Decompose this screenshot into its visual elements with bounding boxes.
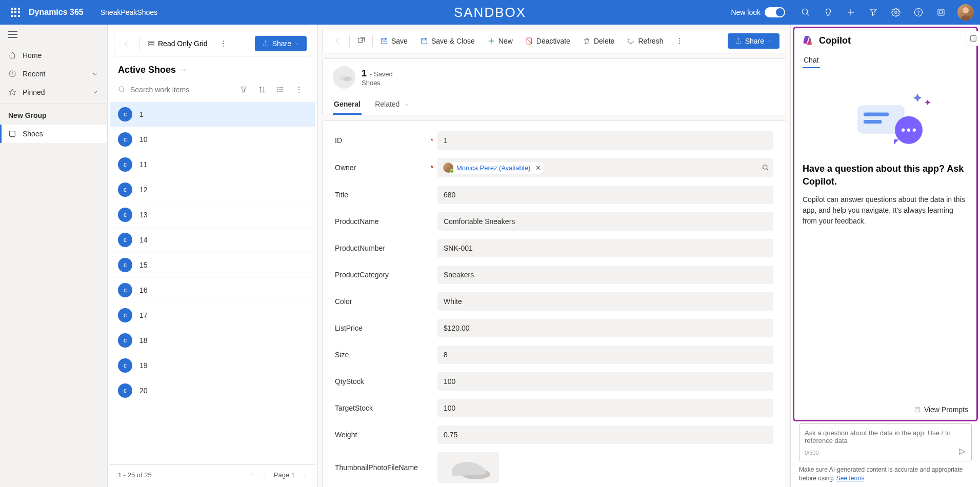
more-commands-icon[interactable] bbox=[215, 35, 232, 52]
filter-icon[interactable] bbox=[863, 2, 884, 23]
row-badge bbox=[118, 132, 132, 147]
back-icon[interactable] bbox=[118, 35, 135, 52]
char-count: 0/500 bbox=[805, 450, 966, 456]
svg-rect-59 bbox=[863, 120, 882, 124]
sort-icon[interactable] bbox=[254, 82, 270, 98]
more-icon[interactable] bbox=[291, 82, 307, 98]
list-row[interactable]: 16 bbox=[110, 278, 315, 303]
row-label: 20 bbox=[139, 387, 148, 395]
new-button[interactable]: New bbox=[482, 34, 518, 48]
list-row[interactable]: 14 bbox=[110, 228, 315, 253]
left-nav: Home Recent Pinned New Group Shoes bbox=[0, 25, 108, 487]
search-input[interactable] bbox=[118, 86, 229, 94]
nav-shoes[interactable]: Shoes bbox=[0, 125, 107, 143]
owner-field[interactable]: Monica Perez (Available) ✕ bbox=[437, 158, 773, 177]
productcategory-field[interactable]: Sneakers bbox=[437, 266, 773, 284]
help-icon[interactable] bbox=[908, 2, 929, 23]
tab-general[interactable]: General bbox=[333, 95, 362, 115]
environment-icon[interactable] bbox=[931, 2, 951, 23]
app-launcher-button[interactable] bbox=[6, 3, 25, 22]
listprice-field[interactable]: $120.00 bbox=[437, 319, 773, 337]
expand-panel-icon[interactable] bbox=[966, 31, 980, 46]
owner-link[interactable]: Monica Perez (Available) bbox=[456, 164, 530, 172]
row-label: 11 bbox=[139, 160, 148, 169]
brand-title[interactable]: Dynamics 365 bbox=[29, 8, 84, 17]
list-row[interactable]: 13 bbox=[110, 202, 315, 228]
svg-rect-2 bbox=[18, 8, 20, 10]
svg-rect-43 bbox=[422, 38, 427, 44]
svg-rect-16 bbox=[938, 9, 944, 15]
prev-page-icon[interactable] bbox=[262, 472, 268, 478]
view-switcher[interactable]: Read Only Grid bbox=[144, 36, 211, 51]
user-avatar[interactable] bbox=[957, 4, 974, 21]
list-row[interactable]: 20 bbox=[110, 378, 315, 403]
color-field[interactable]: White bbox=[437, 292, 773, 311]
thumbnail-preview[interactable] bbox=[437, 452, 499, 483]
list-row[interactable]: 15 bbox=[110, 253, 315, 278]
first-page-icon[interactable] bbox=[249, 472, 255, 478]
targetstock-field[interactable]: 100 bbox=[437, 399, 773, 417]
copilot-description: Copilot can answer questions about the d… bbox=[803, 194, 968, 227]
save-close-button[interactable]: Save & Close bbox=[415, 34, 480, 48]
row-badge bbox=[118, 258, 132, 272]
svg-rect-24 bbox=[149, 41, 154, 42]
refresh-button[interactable]: Refresh bbox=[622, 34, 668, 48]
next-page-icon[interactable] bbox=[301, 472, 307, 478]
tab-related[interactable]: Related bbox=[374, 95, 411, 115]
list-row[interactable]: 17 bbox=[110, 303, 315, 328]
copilot-tab-chat[interactable]: Chat bbox=[803, 53, 820, 68]
row-badge bbox=[118, 233, 132, 247]
svg-point-29 bbox=[223, 46, 224, 47]
settings-icon[interactable] bbox=[886, 2, 906, 23]
save-status: - Saved bbox=[370, 70, 393, 78]
productname-field[interactable]: Comfortable Sneakers bbox=[437, 212, 773, 231]
weight-field[interactable]: 0.75 bbox=[437, 425, 773, 444]
list-row[interactable]: 18 bbox=[110, 328, 315, 353]
new-look-toggle[interactable]: New look bbox=[731, 7, 785, 17]
svg-point-37 bbox=[277, 91, 278, 92]
copilot-input[interactable]: 0/500 bbox=[799, 423, 972, 461]
view-prompts-button[interactable]: View Prompts bbox=[914, 403, 968, 416]
share-button[interactable]: Share bbox=[728, 33, 779, 49]
qtystock-field[interactable]: 100 bbox=[437, 372, 773, 391]
app-name[interactable]: SneakPeakShoes bbox=[101, 8, 157, 16]
delete-button[interactable]: Delete bbox=[577, 34, 619, 48]
size-field[interactable]: 8 bbox=[437, 346, 773, 364]
lightbulb-icon[interactable] bbox=[818, 2, 838, 23]
productnumber-field[interactable]: SNK-001 bbox=[437, 239, 773, 257]
list-row[interactable]: 11 bbox=[110, 152, 315, 177]
list-row[interactable]: 10 bbox=[110, 127, 315, 152]
save-button[interactable]: Save bbox=[375, 34, 413, 48]
owner-lookup-value[interactable]: Monica Perez (Available) ✕ bbox=[442, 161, 546, 174]
back-icon[interactable] bbox=[329, 34, 347, 48]
list-row[interactable]: 1 bbox=[110, 102, 315, 127]
add-icon[interactable] bbox=[841, 2, 861, 23]
nav-home[interactable]: Home bbox=[0, 46, 107, 65]
view-selector[interactable]: Active Shoes bbox=[110, 60, 315, 77]
copilot-heading: Have a question about this app? Ask Copi… bbox=[803, 163, 968, 188]
remove-owner-icon[interactable]: ✕ bbox=[535, 164, 541, 172]
list-row[interactable]: 12 bbox=[110, 177, 315, 202]
send-icon[interactable] bbox=[958, 448, 966, 456]
list-row[interactable]: 19 bbox=[110, 353, 315, 378]
list-icon[interactable] bbox=[272, 82, 289, 98]
nav-recent[interactable]: Recent bbox=[0, 65, 107, 83]
nav-pinned[interactable]: Pinned bbox=[0, 83, 107, 102]
see-terms-link[interactable]: See terms bbox=[836, 475, 865, 482]
search-icon[interactable] bbox=[795, 2, 816, 23]
filter-icon[interactable] bbox=[235, 82, 252, 98]
deactivate-button[interactable]: Deactivate bbox=[520, 34, 575, 48]
more-commands-icon[interactable] bbox=[670, 34, 689, 48]
nav-group-label: New Group bbox=[0, 106, 107, 125]
popout-icon[interactable] bbox=[352, 34, 370, 48]
svg-rect-4 bbox=[14, 11, 16, 13]
lookup-search-icon[interactable] bbox=[762, 164, 769, 171]
row-badge bbox=[118, 208, 132, 222]
id-field[interactable]: 1 bbox=[437, 131, 773, 150]
top-bar: Dynamics 365 SneakPeakShoes SANDBOX New … bbox=[0, 0, 980, 25]
toggle-switch[interactable] bbox=[765, 7, 785, 17]
title-field[interactable]: 680 bbox=[437, 186, 773, 204]
hamburger-icon[interactable] bbox=[0, 25, 107, 46]
svg-rect-3 bbox=[11, 11, 13, 13]
share-button[interactable]: Share bbox=[255, 36, 307, 51]
